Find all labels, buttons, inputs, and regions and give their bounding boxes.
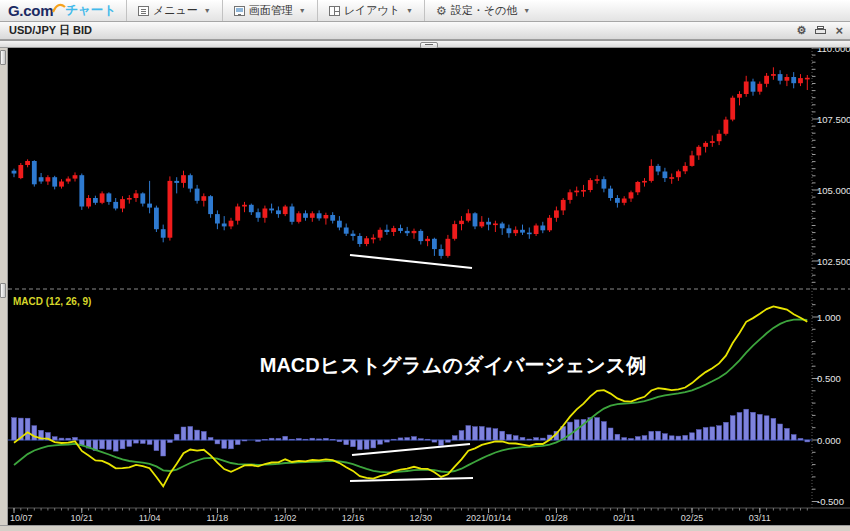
svg-text:105.000: 105.000 <box>817 185 850 196</box>
svg-text:102.500: 102.500 <box>817 256 850 267</box>
menu-label: レイアウト <box>344 3 400 18</box>
chevron-down-icon: ▼ <box>406 7 413 14</box>
svg-text:03/11: 03/11 <box>749 513 771 523</box>
svg-text:02/11: 02/11 <box>613 513 635 523</box>
chart-settings-gear-icon[interactable]: ⚙ <box>797 25 807 36</box>
menu-button-menu[interactable]: メニュー ▼ <box>126 0 222 21</box>
chart-background <box>8 48 850 525</box>
menu-button-layout[interactable]: レイアウト ▼ <box>317 0 424 21</box>
svg-text:0.500: 0.500 <box>817 373 841 384</box>
svg-text:10/21: 10/21 <box>71 513 94 523</box>
layout-icon <box>329 6 340 16</box>
menu-button-settings[interactable]: ⚙ 設定・その他 ▼ <box>424 0 541 21</box>
close-icon[interactable]: × <box>835 24 843 37</box>
svg-text:11/18: 11/18 <box>206 513 228 523</box>
svg-text:0.000: 0.000 <box>817 435 841 446</box>
svg-text:12/02: 12/02 <box>274 513 297 523</box>
menu-bar: G.com チャート メニュー ▼ 画面管理 ▼ レイアウト ▼ ⚙ 設定・その… <box>0 0 850 22</box>
svg-text:02/25: 02/25 <box>681 513 704 523</box>
menu-button-screen-manage[interactable]: 画面管理 ▼ <box>222 0 317 21</box>
chevron-down-icon: ▼ <box>523 7 530 14</box>
chart-app-window: { "menubar": { "logo": { "brand": "G.com… <box>0 0 850 531</box>
bottom-rail <box>0 525 850 531</box>
chart-window: 110.000107.500105.000102.5001.0000.5000.… <box>0 40 850 531</box>
logo-swoosh-icon <box>52 2 66 14</box>
screen-manage-icon <box>234 6 245 16</box>
app-logo: G.com チャート <box>0 0 126 21</box>
svg-text:12/30: 12/30 <box>410 513 433 523</box>
menu-label: 設定・その他 <box>451 3 518 18</box>
menu-list-icon <box>138 6 149 16</box>
menu-label: 画面管理 <box>249 3 293 18</box>
chart-title-bar: USD/JPY 日 BID ⚙ × <box>0 22 850 40</box>
print-icon[interactable] <box>815 26 826 36</box>
svg-text:110.000: 110.000 <box>817 48 850 54</box>
svg-text:11/04: 11/04 <box>139 513 161 523</box>
svg-text:12/16: 12/16 <box>342 513 365 523</box>
svg-text:107.500: 107.500 <box>817 114 850 125</box>
top-splitter-bar <box>0 40 850 48</box>
logo-suffix-text: チャート <box>65 2 116 19</box>
macd-indicator-label: MACD (12, 26, 9) <box>13 296 91 307</box>
svg-text:2021/01/14: 2021/01/14 <box>466 513 511 523</box>
svg-text:-0.500: -0.500 <box>817 496 844 507</box>
settings-gear-icon: ⚙ <box>436 5 447 17</box>
chart-title: USD/JPY 日 BID <box>9 23 92 38</box>
menu-label: メニュー <box>153 3 198 18</box>
macd-pane-grab-handle[interactable] <box>0 283 6 298</box>
svg-text:1.000: 1.000 <box>817 312 841 323</box>
svg-text:10/07: 10/07 <box>10 513 33 523</box>
chart-canvas[interactable]: 110.000107.500105.000102.5001.0000.5000.… <box>8 48 850 525</box>
price-pane-grab-handle[interactable] <box>0 50 6 65</box>
annotation-text: MACDヒストグラムのダイバージェンス例 <box>260 354 647 376</box>
logo-brand-text: G.com <box>8 2 53 19</box>
svg-text:01/28: 01/28 <box>545 513 568 523</box>
chevron-down-icon: ▼ <box>299 7 306 14</box>
chevron-down-icon: ▼ <box>204 7 211 14</box>
